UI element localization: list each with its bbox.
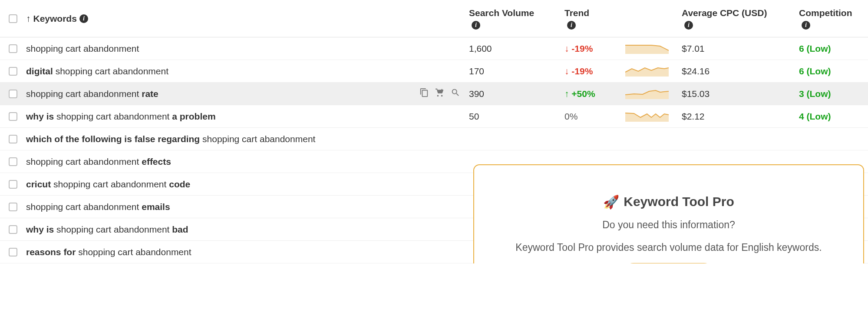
info-icon[interactable]: i xyxy=(79,14,88,23)
search-volume-cell: 390 xyxy=(469,89,564,99)
sparkline-chart xyxy=(625,63,669,77)
table-row: shopping cart abandonment rate390↑ +50%$… xyxy=(0,83,868,105)
search-volume-cell: 1,600 xyxy=(469,43,564,54)
keyword-text: shopping cart abandonment emails xyxy=(26,202,170,212)
row-checkbox[interactable] xyxy=(9,135,17,143)
header-competition[interactable]: Competition i xyxy=(799,8,864,30)
row-checkbox[interactable] xyxy=(9,225,17,234)
info-icon[interactable]: i xyxy=(567,21,576,30)
keyword-text: shopping cart abandonment rate xyxy=(26,89,158,99)
competition-cell: 6 (Low) xyxy=(799,66,864,77)
competition-cell: 3 (Low) xyxy=(799,89,864,99)
select-all-checkbox[interactable] xyxy=(9,14,17,23)
header-volume-label: Search Volume xyxy=(469,8,564,18)
cpc-cell: $2.12 xyxy=(682,111,799,122)
sparkline-cell xyxy=(625,86,682,101)
promo-line-1: Do you need this information? xyxy=(602,217,735,233)
info-icon[interactable]: i xyxy=(684,21,693,30)
trend-cell: ↓ -19% xyxy=(564,66,625,77)
keyword-text: why is shopping cart abandonment a probl… xyxy=(26,111,216,122)
row-actions xyxy=(419,88,460,100)
keyword-text: reasons for shopping cart abandonment xyxy=(26,247,191,257)
header-keywords[interactable]: ↑ Keywords i xyxy=(26,13,469,24)
header-trend[interactable]: Trend i xyxy=(564,8,682,30)
sparkline-cell xyxy=(625,109,682,124)
table-row: which of the following is false regardin… xyxy=(0,128,868,150)
rocket-icon: 🚀 xyxy=(603,194,619,210)
header-trend-label: Trend xyxy=(564,8,682,18)
search-volume-cell: 50 xyxy=(469,111,564,122)
cpc-cell: $15.03 xyxy=(682,89,799,99)
row-checkbox[interactable] xyxy=(9,248,17,256)
row-checkbox[interactable] xyxy=(9,180,17,189)
keyword-text: digital shopping cart abandonment xyxy=(26,66,168,77)
row-checkbox[interactable] xyxy=(9,67,17,76)
competition-cell: 6 (Low) xyxy=(799,43,864,54)
search-icon[interactable] xyxy=(451,88,460,100)
header-cpc[interactable]: Average CPC (USD) i xyxy=(682,8,799,30)
sparkline-cell xyxy=(625,63,682,79)
table-row: digital shopping cart abandonment170↓ -1… xyxy=(0,60,868,83)
cpc-cell: $7.01 xyxy=(682,43,799,54)
upgrade-promo-panel: 🚀 Keyword Tool Pro Do you need this info… xyxy=(473,164,864,263)
promo-title-text: Keyword Tool Pro xyxy=(624,194,734,209)
row-checkbox[interactable] xyxy=(9,112,17,121)
promo-title: 🚀 Keyword Tool Pro xyxy=(603,194,734,210)
keyword-text: shopping cart abandonment xyxy=(26,43,139,54)
trend-cell: ↑ +50% xyxy=(564,89,625,99)
table-row: why is shopping cart abandonment a probl… xyxy=(0,105,868,128)
header-competition-label: Competition xyxy=(799,8,864,18)
row-checkbox[interactable] xyxy=(9,90,17,98)
row-checkbox[interactable] xyxy=(9,44,17,53)
header-search-volume[interactable]: Search Volume i xyxy=(469,8,564,30)
add-cart-icon[interactable] xyxy=(435,88,445,100)
info-icon[interactable]: i xyxy=(472,21,480,30)
try-it-now-button[interactable]: Try it now! xyxy=(620,263,717,264)
keyword-text: shopping cart abandonment effects xyxy=(26,157,171,167)
cpc-cell: $24.16 xyxy=(682,66,799,77)
search-volume-cell: 170 xyxy=(469,66,564,77)
keyword-text: cricut shopping cart abandonment code xyxy=(26,179,190,190)
trend-cell: ↓ -19% xyxy=(564,43,625,54)
row-checkbox[interactable] xyxy=(9,157,17,166)
sort-ascending-icon: ↑ xyxy=(26,13,31,24)
copy-icon[interactable] xyxy=(419,88,429,100)
competition-cell: 4 (Low) xyxy=(799,111,864,122)
table-row: shopping cart abandonment1,600↓ -19%$7.0… xyxy=(0,37,868,60)
trend-cell: 0% xyxy=(564,111,625,122)
info-icon[interactable]: i xyxy=(802,21,810,30)
keyword-text: why is shopping cart abandonment bad xyxy=(26,224,188,235)
keyword-text: which of the following is false regardin… xyxy=(26,134,315,144)
row-checkbox[interactable] xyxy=(9,203,17,211)
sparkline-chart xyxy=(625,109,669,122)
sparkline-chart xyxy=(625,41,669,54)
sparkline-cell xyxy=(625,41,682,56)
sparkline-chart xyxy=(625,86,669,99)
table-header-row: ↑ Keywords i Search Volume i Trend i Ave… xyxy=(0,0,868,37)
header-keywords-label: Keywords xyxy=(33,13,77,24)
promo-line-2: Keyword Tool Pro provides search volume … xyxy=(515,240,822,255)
header-cpc-label: Average CPC (USD) xyxy=(682,8,799,18)
